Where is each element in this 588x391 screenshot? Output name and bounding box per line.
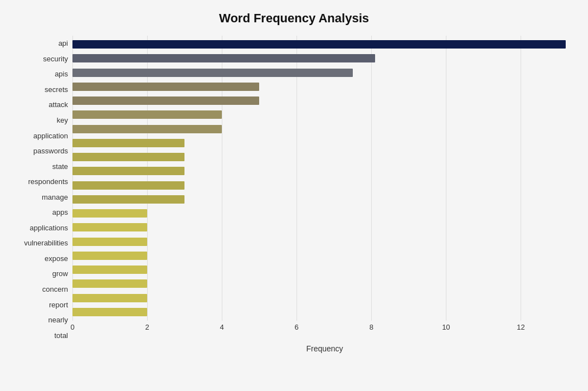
bar-row <box>72 94 577 108</box>
bar <box>72 40 566 49</box>
y-label: apps <box>52 205 68 220</box>
bar-row <box>72 263 577 277</box>
bar <box>72 294 147 302</box>
bar <box>72 83 259 91</box>
bars-area <box>72 36 577 321</box>
bar <box>72 96 259 105</box>
x-tick: 8 <box>370 323 373 331</box>
x-tick: 12 <box>517 323 524 331</box>
chart-title: Word Frequency Analysis <box>11 11 577 26</box>
x-tick: 0 <box>70 323 74 331</box>
x-tick: 6 <box>295 323 299 331</box>
y-label: state <box>52 158 68 174</box>
bar <box>72 125 222 133</box>
bar-row <box>72 192 577 206</box>
y-label: concern <box>42 282 68 297</box>
bar <box>72 252 147 260</box>
bar-row <box>72 305 577 319</box>
y-label: security <box>43 51 68 67</box>
x-axis-label: Frequency <box>72 344 577 353</box>
y-label: expose <box>45 251 68 267</box>
bar-row <box>72 277 577 291</box>
bar-row <box>72 220 577 234</box>
y-label: applications <box>30 220 68 236</box>
y-label: application <box>33 128 68 143</box>
bars-and-xaxis: Frequency 024681012 <box>72 36 577 343</box>
bar-row <box>72 178 577 192</box>
y-label: manage <box>42 189 68 205</box>
x-tick: 10 <box>442 323 450 331</box>
bar <box>72 181 184 190</box>
y-label: passwords <box>33 143 68 159</box>
bar <box>72 153 184 161</box>
bar-row <box>72 235 577 249</box>
bar <box>72 238 147 246</box>
bar <box>72 195 184 204</box>
bar-row <box>72 66 577 80</box>
bar-row <box>72 164 577 178</box>
bar <box>72 209 147 218</box>
bar <box>72 266 147 274</box>
bar <box>72 223 147 231</box>
y-label: total <box>54 327 68 343</box>
bar <box>72 110 222 119</box>
bar-row <box>72 291 577 305</box>
bar-row <box>72 136 577 150</box>
bar <box>72 308 147 316</box>
bar-row <box>72 122 577 136</box>
y-label: secrets <box>45 82 68 98</box>
x-axis: Frequency 024681012 <box>72 321 577 343</box>
bar <box>72 139 184 147</box>
bar-row <box>72 108 577 122</box>
bar-row <box>72 150 577 164</box>
bar <box>72 167 184 175</box>
bar-row <box>72 37 577 51</box>
y-axis: apisecurityapissecretsattackkeyapplicati… <box>11 36 72 343</box>
bar-row <box>72 80 577 94</box>
y-label: api <box>59 36 68 51</box>
x-tick: 4 <box>220 323 224 331</box>
bar-row <box>72 51 577 65</box>
bar <box>72 279 147 288</box>
bar <box>72 69 353 77</box>
bar-row <box>72 206 577 220</box>
y-label: apis <box>55 66 68 82</box>
y-label: report <box>49 297 68 312</box>
y-label: nearly <box>48 312 68 328</box>
x-tick: 2 <box>145 323 149 331</box>
y-label: respondents <box>28 174 68 190</box>
y-label: vulnerabilities <box>24 235 68 251</box>
y-label: grow <box>52 266 68 282</box>
chart-container: Word Frequency Analysis apisecurityapiss… <box>0 0 588 391</box>
y-label: attack <box>48 97 68 113</box>
chart-area: apisecurityapissecretsattackkeyapplicati… <box>11 36 577 343</box>
y-label: key <box>57 113 68 128</box>
bar <box>72 54 375 62</box>
bar-row <box>72 249 577 263</box>
